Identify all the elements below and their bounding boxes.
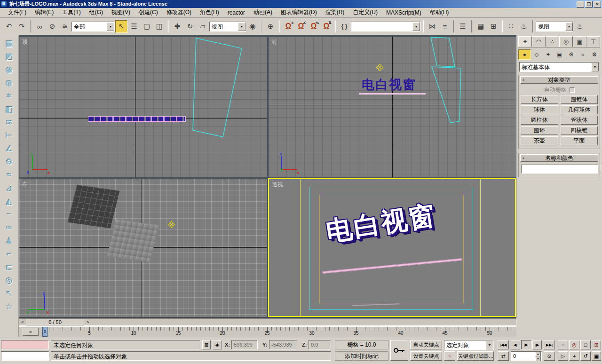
- object-name-field[interactable]: [521, 165, 598, 174]
- preview-animation-icon[interactable]: ↖: [2, 287, 17, 300]
- curve-editor-button[interactable]: ▦: [475, 20, 487, 33]
- arc-rotate-button[interactable]: ↺: [580, 351, 591, 361]
- display-tab-icon[interactable]: ▣: [573, 36, 586, 47]
- systems-category-icon[interactable]: ⚙: [588, 49, 600, 60]
- menu-views[interactable]: 视图(V): [107, 8, 135, 18]
- macro-recorder-pane[interactable]: [1, 340, 49, 349]
- menu-rendering[interactable]: 渲染(R): [321, 8, 349, 18]
- min-max-toggle-button[interactable]: ▣: [592, 351, 601, 361]
- menu-tools[interactable]: 工具(T): [58, 8, 85, 18]
- quick-render-button[interactable]: ♨: [574, 20, 586, 33]
- time-configuration-button[interactable]: ⊙: [544, 351, 555, 361]
- object-color-swatch[interactable]: [600, 165, 601, 173]
- previous-frame-button[interactable]: ◀|: [511, 340, 520, 349]
- primitive-category-dropdown[interactable]: 标准基本体 ▼: [519, 62, 599, 72]
- zoom-all-button[interactable]: ◎: [569, 340, 579, 349]
- frame-spinner[interactable]: ▲ ▼: [535, 352, 541, 359]
- sphere-button[interactable]: 球体: [521, 105, 558, 114]
- cameras-category-icon[interactable]: ▣: [554, 49, 566, 60]
- render-scene-button[interactable]: ♨: [518, 20, 530, 33]
- motion-tab-icon[interactable]: ◎: [559, 36, 573, 47]
- chevron-down-icon[interactable]: ▼: [591, 63, 599, 71]
- close-button[interactable]: ✕: [594, 1, 601, 8]
- menu-file[interactable]: 文件(F): [4, 8, 31, 18]
- torus-button[interactable]: 圆环: [521, 126, 558, 135]
- cone-button[interactable]: 圆锥体: [561, 95, 598, 104]
- undo-icon[interactable]: ↶: [3, 20, 15, 33]
- wind-icon[interactable]: ≈: [2, 168, 17, 182]
- fracture-icon[interactable]: ◭: [2, 195, 17, 208]
- absolute-offset-toggle[interactable]: ◈: [213, 340, 222, 349]
- select-and-move-button[interactable]: ✚: [171, 20, 183, 33]
- reference-coordinate-dropdown[interactable]: 视图 ▼: [209, 22, 246, 32]
- viewport-perspective-label[interactable]: 透视: [272, 181, 283, 189]
- named-selection-sets-button[interactable]: { }: [338, 20, 350, 33]
- viewport-front[interactable]: 前 电白视窗 z x: [269, 37, 516, 177]
- set-key-big-button[interactable]: [390, 340, 408, 361]
- mirror-button[interactable]: ⋈: [426, 20, 438, 33]
- soft-body-collection-icon[interactable]: ◉: [2, 63, 17, 76]
- angular-dashpot-icon[interactable]: ∠: [2, 142, 17, 155]
- chevron-down-icon[interactable]: ▼: [238, 22, 246, 31]
- viewport-front-label[interactable]: 前: [271, 38, 277, 46]
- viewport-top-label[interactable]: 顶: [22, 38, 28, 46]
- maxscript-listener-pane[interactable]: [1, 351, 49, 361]
- teapot-button[interactable]: 茶壶: [521, 136, 558, 145]
- select-and-link-icon[interactable]: ∞: [33, 20, 46, 33]
- menu-reactor[interactable]: reactor: [223, 8, 249, 17]
- unlink-selection-icon[interactable]: ⊘: [46, 20, 58, 33]
- y-coord-field[interactable]: -543.939: [269, 340, 297, 349]
- time-slider-track[interactable]: < 0 / 50 >: [19, 318, 516, 326]
- select-and-rotate-button[interactable]: ↻: [184, 20, 196, 33]
- angle-snap-toggle-button[interactable]: Ω ∠: [295, 20, 307, 33]
- window-crossing-toggle[interactable]: ◫: [153, 20, 166, 33]
- redo-icon[interactable]: ↷: [16, 20, 28, 33]
- time-back-arrow[interactable]: <: [19, 319, 26, 325]
- rag-doll-constraint-icon[interactable]: ♟: [2, 234, 17, 247]
- pan-button[interactable]: +: [569, 351, 579, 361]
- rectangular-selection-region-button[interactable]: ▢: [141, 20, 153, 33]
- pyramid-button[interactable]: 四棱锥: [561, 126, 598, 135]
- menu-edit[interactable]: 编辑(E): [31, 8, 58, 18]
- hierarchy-tab-icon[interactable]: ∴: [546, 36, 559, 47]
- menu-group[interactable]: 组(G): [85, 8, 107, 18]
- key-mode-toggle[interactable]: ⇄: [498, 351, 509, 361]
- minimize-button[interactable]: _: [577, 1, 584, 8]
- named-selection-field[interactable]: ▼: [351, 22, 420, 32]
- select-by-name-button[interactable]: ☰: [128, 20, 140, 33]
- selected-filter-dropdown[interactable]: 选定对象 ▼: [444, 340, 494, 350]
- viewport-top[interactable]: 顶 y z x: [19, 37, 267, 177]
- title-bar[interactable]: 3 第七场景-LOGO.max - Autodesk 3ds Max 8 - S…: [0, 0, 602, 8]
- menu-graph-editors[interactable]: 图表编辑器(D): [277, 8, 321, 18]
- deforming-mesh-collection-icon[interactable]: ✶: [2, 89, 17, 103]
- hinge-constraint-icon[interactable]: ⌐: [2, 247, 17, 261]
- menu-create[interactable]: 创建(C): [135, 8, 162, 18]
- schematic-view-button[interactable]: ⊞: [487, 20, 499, 33]
- set-key-mode-button[interactable]: 设置关键点: [410, 351, 442, 361]
- z-coord-field[interactable]: 0.0: [309, 340, 331, 349]
- motor-icon[interactable]: ⚙: [2, 155, 17, 168]
- play-button[interactable]: ▶: [521, 340, 531, 349]
- lights-category-icon[interactable]: ✦: [542, 49, 554, 60]
- linear-dashpot-icon[interactable]: ⊢: [2, 129, 17, 142]
- name-and-color-rollout-header[interactable]: - 名称和颜色: [520, 154, 598, 162]
- menu-customize[interactable]: 自定义(U): [349, 8, 382, 18]
- utilities-tab-icon[interactable]: ⊤: [586, 36, 600, 47]
- go-to-end-button[interactable]: ▶▶|: [544, 340, 555, 349]
- material-editor-button[interactable]: ∷: [505, 20, 517, 33]
- select-and-manipulate-button[interactable]: ⊕: [264, 20, 277, 33]
- open-mini-curve-editor-button[interactable]: ≈: [23, 328, 39, 336]
- geosphere-button[interactable]: 几何球体: [561, 105, 598, 114]
- rope-collection-icon[interactable]: ◍: [2, 76, 17, 89]
- cloth-collection-icon[interactable]: ◩: [2, 50, 17, 63]
- chevron-down-icon[interactable]: ▼: [565, 22, 573, 31]
- shapes-category-icon[interactable]: ◇: [531, 49, 543, 60]
- add-time-tag-button[interactable]: 添加时间标记: [335, 351, 388, 361]
- box-button[interactable]: 长方体: [521, 95, 558, 104]
- helpers-category-icon[interactable]: ※: [565, 49, 577, 60]
- viewport-left[interactable]: 左 z y x: [19, 179, 267, 317]
- select-and-scale-button[interactable]: ▱: [197, 20, 209, 33]
- rigid-body-collection-icon[interactable]: ▦: [2, 37, 17, 50]
- menu-modifiers[interactable]: 修改器(O): [162, 8, 196, 18]
- geometry-category-icon[interactable]: ●: [518, 49, 531, 60]
